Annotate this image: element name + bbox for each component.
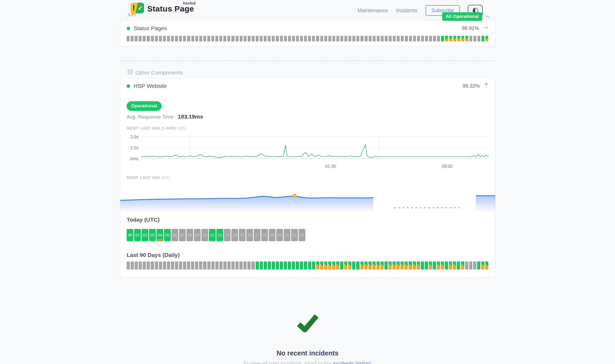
uptime-day-block [179,36,182,41]
daily-status-block [203,261,206,269]
uptime-day-block [385,36,388,41]
daily-status-block [360,261,364,269]
hour-block-12: 12 [216,229,223,241]
daily-status-block [215,261,219,269]
hour-block-00: 00 [127,229,133,241]
hour-block-02: 02 [142,229,148,241]
response-line-chart: 2.0s1.0s0ms01:3009:30 [127,132,489,170]
daily-status-block [195,261,198,269]
uptime-percentage: 99.91% [462,25,479,31]
uptime-day-block [183,36,186,41]
daily-status-block [473,261,476,269]
svg-text:1.0s: 1.0s [130,146,138,150]
uptime-day-block [143,36,146,41]
daily-status-block [408,261,412,269]
uptime-day-block [308,36,311,41]
component-header-row[interactable]: Status Pages 99.91% [127,25,488,32]
uptime-day-block [409,36,412,41]
chart-marker-dot[interactable] [293,194,297,198]
uptime-day-block [344,36,347,41]
component-card-hsp-website: HSP Website 99.32% Operational Avg. Resp… [120,79,495,278]
uptime-day-block [300,36,303,41]
uptime-day-block [445,36,448,41]
daily-status-block [175,261,178,269]
chevron-up-icon[interactable] [485,15,490,18]
component-name: Status Pages [134,25,167,32]
uptime-day-block [260,36,263,41]
uptime-day-block [461,36,464,41]
last-90-days-heading: Last 90 Days (Daily) [127,252,488,258]
daily-status-block [417,261,420,269]
daily-status-block [421,261,424,269]
refresh-arrow-icon[interactable] [483,26,488,31]
hour-block-15: 15 [239,229,246,241]
daily-status-block [247,261,251,269]
uptime-day-block [252,36,255,41]
daily-status-block [231,261,235,269]
uptime-day-block [381,36,384,41]
hour-label: 05 [165,233,170,237]
daily-status-block [461,261,464,269]
hour-block-08: 08 [186,229,193,241]
hour-label: 14 [233,233,237,237]
daily-status-block [260,261,263,269]
nav-maintenance[interactable]: Maintenance [357,7,388,14]
hour-block-17: 17 [254,229,260,241]
uptime-day-block [316,36,319,41]
hour-label: 12 [218,233,222,237]
uptime-day-block [268,36,271,41]
daily-status-block [425,261,428,269]
uptime-day-block [324,36,327,41]
hour-block-19: 19 [269,229,275,241]
hour-label: 09 [195,233,200,237]
uptime-day-block [469,36,472,41]
component-card-status-pages: Status Pages 99.91% [120,21,495,46]
uptime-day-block [199,36,202,41]
component-header-row[interactable]: HSP Website 99.32% [127,83,488,89]
logo[interactable]: ! ✓ Status Page hosted [131,3,194,14]
daily-status-block [380,261,384,269]
chart-label-resp-24h: RESP. LAST 24H(MS) [127,175,488,180]
hour-block-18: 18 [261,229,268,241]
uptime-day-block [401,36,404,41]
uptime-day-block [304,36,307,41]
daily-status-block [481,261,484,269]
incidents-history-link[interactable]: incidents history [333,361,371,364]
daily-status-block [243,261,247,269]
daily-status-block [183,261,186,269]
daily-status-block [312,261,315,269]
daily-status-block [135,261,138,269]
today-hours-bar: 0001020304050607080910111213141516171819… [127,229,488,241]
daily-status-block [276,261,279,269]
daily-status-block [320,261,323,269]
uptime-history-bar [127,36,488,41]
uptime-day-block [284,36,287,41]
hour-block-20: 20 [276,229,283,241]
daily-status-block [235,261,239,269]
daily-status-block [272,261,275,269]
hour-label: 13 [225,233,229,237]
daily-status-block [211,261,215,269]
daily-status-block [413,261,416,269]
uptime-day-block [465,36,468,41]
uptime-day-block [280,36,283,41]
daily-status-block [453,261,456,269]
uptime-day-block [171,36,174,41]
daily-status-block [485,261,488,269]
incidents-subtext: To view all past incidents, head to the … [120,361,495,364]
hour-block-01: 01 [134,229,141,241]
hour-label: 02 [143,233,147,237]
daily-status-block [368,261,372,269]
hour-block-23: 23 [299,229,305,241]
daily-status-block [167,261,170,269]
hour-block-11: 11 [209,229,216,241]
hour-label: 10 [203,233,207,237]
nav-incidents[interactable]: Incidents [396,7,417,14]
uptime-day-block [421,36,424,41]
daily-status-block [251,261,255,269]
status-page: ! ✓ Status Page hosted Maintenance Incid… [120,0,495,364]
uptime-day-block [373,36,376,41]
hour-block-07: 07 [179,229,186,241]
hour-block-03: 03 [149,229,156,241]
arrow-up-dashed-icon[interactable] [484,83,488,89]
